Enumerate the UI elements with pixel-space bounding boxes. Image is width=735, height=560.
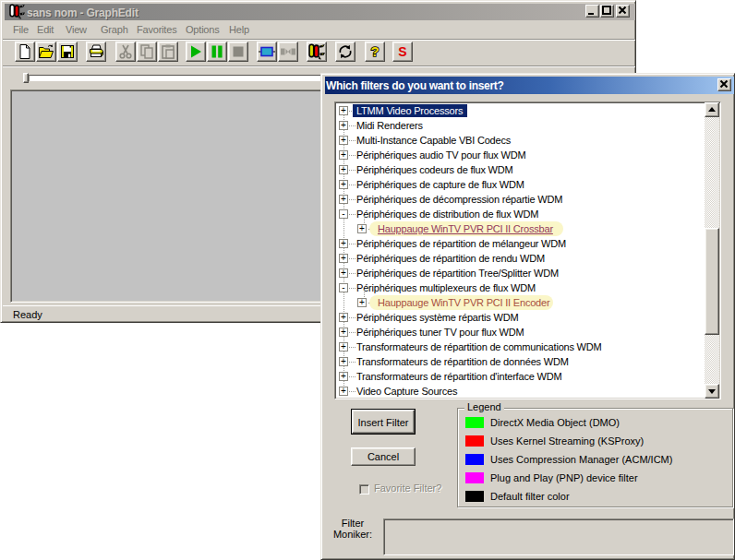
svg-text:?: ? [370, 43, 379, 59]
